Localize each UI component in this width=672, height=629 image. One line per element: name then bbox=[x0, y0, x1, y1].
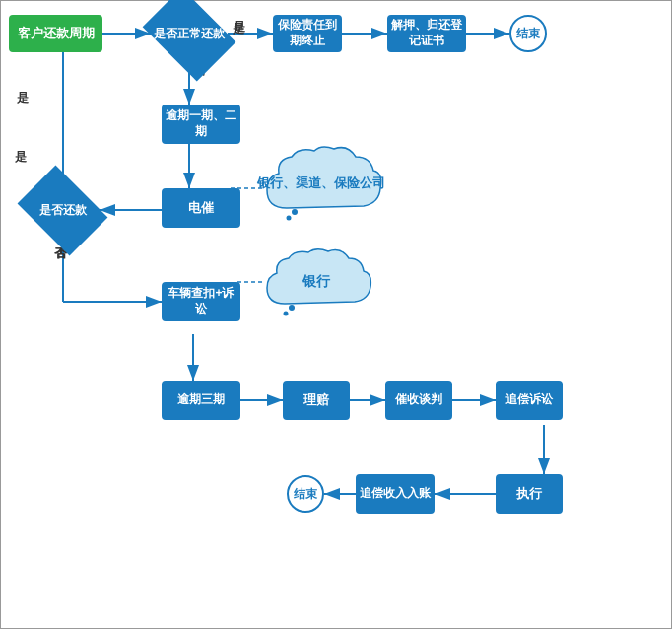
recover-account-box: 追偿收入入账 bbox=[356, 474, 435, 514]
claim-box: 理赔 bbox=[283, 381, 350, 420]
execution-box: 执行 bbox=[496, 474, 563, 514]
end-circle-2: 结束 bbox=[287, 475, 324, 513]
svg-point-17 bbox=[292, 209, 298, 215]
insurance-end-box: 保险责任到期终止 bbox=[273, 15, 342, 52]
is-repay-diamond: 是否还款 bbox=[26, 183, 100, 238]
svg-point-18 bbox=[287, 216, 292, 221]
label-yes2: 是 bbox=[17, 90, 29, 106]
diagram-container: 是 否 是 否 是 否 是 否 客户还款周期 是否正常还款 保险责任到期终止 解… bbox=[0, 0, 672, 629]
overdue-3-box: 逾期三期 bbox=[162, 381, 240, 420]
bank-cloud: 银行 bbox=[257, 243, 375, 321]
phone-collect-box: 电催 bbox=[162, 188, 240, 228]
pursue-litigation-box: 追偿诉讼 bbox=[496, 381, 563, 420]
release-cert-box: 解押、归还登记证书 bbox=[387, 15, 466, 52]
is-label-1: 是 bbox=[234, 19, 245, 35]
normal-repay-diamond: 是否正常还款 bbox=[151, 7, 228, 62]
overdue-1-2-box: 逾期一期、二期 bbox=[162, 105, 240, 144]
vehicle-check-box: 车辆查扣+诉讼 bbox=[162, 282, 240, 321]
customer-repay-box: 客户还款周期 bbox=[9, 15, 102, 52]
is-label-2: 是 bbox=[15, 149, 27, 166]
svg-point-19 bbox=[289, 305, 295, 311]
bank-channel-cloud: 银行、渠道、保险公司 bbox=[257, 139, 385, 228]
svg-point-20 bbox=[284, 312, 289, 316]
collect-judgment-box: 催收谈判 bbox=[385, 381, 452, 420]
end-circle-1: 结束 bbox=[509, 15, 547, 52]
